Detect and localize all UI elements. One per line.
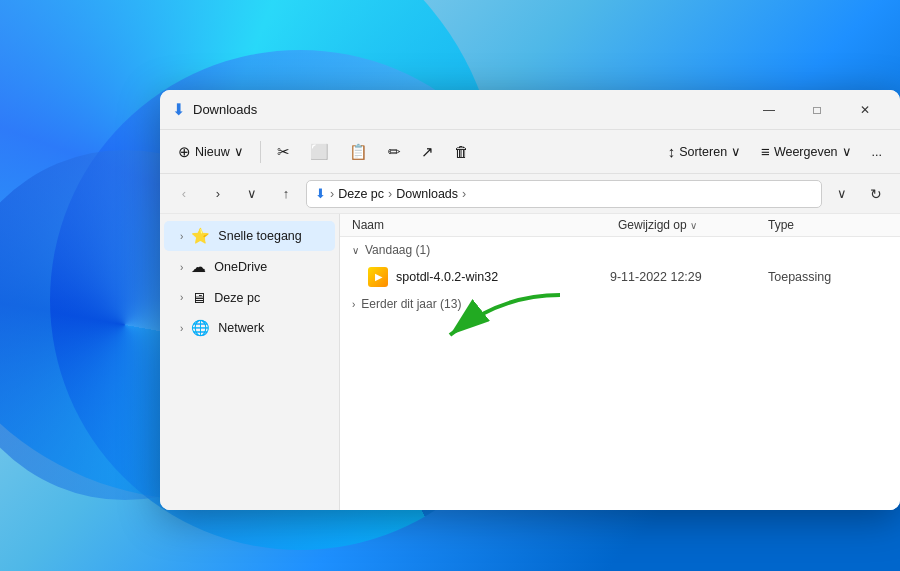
minimize-button[interactable]: — bbox=[746, 94, 792, 126]
refresh-button[interactable]: ↻ bbox=[862, 180, 890, 208]
new-icon: ⊕ bbox=[178, 143, 191, 161]
app-icon-graphic: ▶ bbox=[368, 267, 388, 287]
maximize-button[interactable]: □ bbox=[794, 94, 840, 126]
paste-icon: 📋 bbox=[349, 143, 368, 161]
group-eerder-header[interactable]: › Eerder dit jaar (13) bbox=[340, 291, 900, 317]
onedrive-label: OneDrive bbox=[214, 260, 267, 274]
eerder-chevron-icon: › bbox=[352, 299, 355, 310]
more-button[interactable]: ... bbox=[864, 136, 890, 168]
group-vandaag-header[interactable]: ∨ Vandaag (1) bbox=[340, 237, 900, 263]
explorer-window: ⬇ Downloads — □ ✕ ⊕ Nieuw ∨ ✂ ⬜ 📋 bbox=[160, 90, 900, 510]
view-label: Weergeven bbox=[774, 145, 838, 159]
content-area: › ⭐ Snelle toegang › ☁ OneDrive › 🖥 Deze… bbox=[160, 214, 900, 510]
cut-icon: ✂ bbox=[277, 143, 290, 161]
eerder-label: Eerder dit jaar (13) bbox=[361, 297, 461, 311]
toolbar-right: ↕ Sorteren ∨ ≡ Weergeven ∨ ... bbox=[660, 136, 890, 168]
address-dropdown-button[interactable]: ∨ bbox=[828, 180, 856, 208]
sidebar: › ⭐ Snelle toegang › ☁ OneDrive › 🖥 Deze… bbox=[160, 214, 340, 510]
forward-button[interactable]: › bbox=[204, 180, 232, 208]
onedrive-cloud-icon: ☁ bbox=[191, 258, 206, 276]
toolbar: ⊕ Nieuw ∨ ✂ ⬜ 📋 ✏ ↗ 🗑 bbox=[160, 130, 900, 174]
sort-button[interactable]: ↕ Sorteren ∨ bbox=[660, 136, 749, 168]
path-sep-3: › bbox=[462, 187, 466, 201]
address-path[interactable]: ⬇ › Deze pc › Downloads › bbox=[306, 180, 822, 208]
path-download-icon: ⬇ bbox=[315, 186, 326, 201]
new-label: Nieuw bbox=[195, 145, 230, 159]
sort-label: Sorteren bbox=[679, 145, 727, 159]
toolbar-separator-1 bbox=[260, 141, 261, 163]
view-chevron-icon: ∨ bbox=[842, 144, 852, 159]
sidebar-item-deze-pc[interactable]: › 🖥 Deze pc bbox=[164, 283, 335, 312]
more-label: ... bbox=[872, 145, 882, 159]
col-header-modified: Gewijzigd op ∨ bbox=[618, 218, 768, 232]
file-item-spotdl[interactable]: ▶ spotdl-4.0.2-win32 9-11-2022 12:29 Toe… bbox=[340, 263, 900, 291]
sidebar-item-snelle-toegang[interactable]: › ⭐ Snelle toegang bbox=[164, 221, 335, 251]
up-button[interactable]: ↑ bbox=[272, 180, 300, 208]
path-sep-2: › bbox=[388, 187, 392, 201]
snelle-toegang-chevron-icon: › bbox=[180, 231, 183, 242]
vandaag-label: Vandaag (1) bbox=[365, 243, 430, 257]
close-button[interactable]: ✕ bbox=[842, 94, 888, 126]
cut-button[interactable]: ✂ bbox=[269, 136, 298, 168]
netwerk-network-icon: 🌐 bbox=[191, 319, 210, 337]
deze-pc-chevron-icon: › bbox=[180, 292, 183, 303]
file-type-spotdl: Toepassing bbox=[768, 270, 888, 284]
sidebar-item-onedrive[interactable]: › ☁ OneDrive bbox=[164, 252, 335, 282]
sidebar-item-netwerk[interactable]: › 🌐 Netwerk bbox=[164, 313, 335, 343]
view-button[interactable]: ≡ Weergeven ∨ bbox=[753, 136, 859, 168]
onedrive-chevron-icon: › bbox=[180, 262, 183, 273]
file-modified-spotdl: 9-11-2022 12:29 bbox=[610, 270, 760, 284]
column-headers: Naam Gewijzigd op ∨ Type bbox=[340, 214, 900, 237]
share-button[interactable]: ↗ bbox=[413, 136, 442, 168]
netwerk-chevron-icon: › bbox=[180, 323, 183, 334]
address-bar: ‹ › ∨ ↑ ⬇ › Deze pc › Downloads › ∨ ↻ bbox=[160, 174, 900, 214]
sort-chevron-icon: ∨ bbox=[731, 144, 741, 159]
title-bar-download-icon: ⬇ bbox=[172, 100, 185, 119]
deze-pc-label: Deze pc bbox=[214, 291, 260, 305]
copy-button[interactable]: ⬜ bbox=[302, 136, 337, 168]
path-downloads[interactable]: Downloads bbox=[396, 187, 458, 201]
deze-pc-computer-icon: 🖥 bbox=[191, 289, 206, 306]
sort-icon: ↕ bbox=[668, 143, 676, 160]
delete-icon: 🗑 bbox=[454, 143, 469, 160]
delete-button[interactable]: 🗑 bbox=[446, 136, 477, 168]
copy-icon: ⬜ bbox=[310, 143, 329, 161]
file-area: Naam Gewijzigd op ∨ Type ∨ Vandaag (1) ▶ bbox=[340, 214, 900, 510]
path-sep-1: › bbox=[330, 187, 334, 201]
rename-button[interactable]: ✏ bbox=[380, 136, 409, 168]
rename-icon: ✏ bbox=[388, 143, 401, 161]
window-title: Downloads bbox=[193, 102, 257, 117]
title-bar: ⬇ Downloads — □ ✕ bbox=[160, 90, 900, 130]
back-button[interactable]: ‹ bbox=[170, 180, 198, 208]
recent-button[interactable]: ∨ bbox=[238, 180, 266, 208]
new-chevron-icon: ∨ bbox=[234, 144, 244, 159]
share-icon: ↗ bbox=[421, 143, 434, 161]
col-header-name: Naam bbox=[352, 218, 618, 232]
sort-desc-icon: ∨ bbox=[690, 220, 697, 231]
file-name-spotdl: spotdl-4.0.2-win32 bbox=[396, 270, 602, 284]
snelle-toegang-label: Snelle toegang bbox=[218, 229, 301, 243]
vandaag-chevron-icon: ∨ bbox=[352, 245, 359, 256]
new-button[interactable]: ⊕ Nieuw ∨ bbox=[170, 136, 252, 168]
desktop: ⬇ Downloads — □ ✕ ⊕ Nieuw ∨ ✂ ⬜ 📋 bbox=[0, 0, 900, 571]
file-app-icon: ▶ bbox=[368, 267, 388, 287]
path-deze-pc[interactable]: Deze pc bbox=[338, 187, 384, 201]
window-controls: — □ ✕ bbox=[746, 94, 888, 126]
paste-button[interactable]: 📋 bbox=[341, 136, 376, 168]
view-icon: ≡ bbox=[761, 143, 770, 160]
col-header-type: Type bbox=[768, 218, 888, 232]
netwerk-label: Netwerk bbox=[218, 321, 264, 335]
snelle-toegang-star-icon: ⭐ bbox=[191, 227, 210, 245]
